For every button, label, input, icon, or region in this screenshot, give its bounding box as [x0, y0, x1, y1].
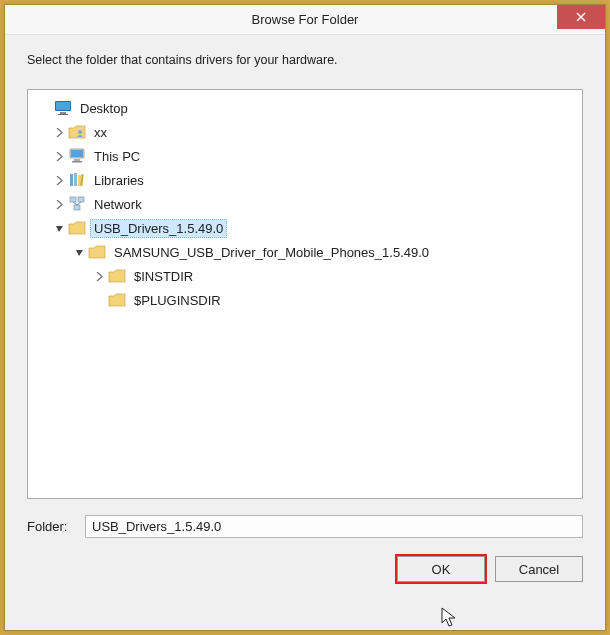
tree-node-libraries[interactable]: Libraries	[28, 168, 582, 192]
expander-collapsed-icon[interactable]	[52, 125, 66, 139]
tree-label: $PLUGINSDIR	[130, 291, 225, 310]
svg-rect-3	[56, 102, 70, 110]
button-row: OK Cancel	[5, 542, 605, 596]
browse-for-folder-dialog: Browse For Folder Select the folder that…	[4, 4, 606, 631]
svg-rect-11	[70, 174, 73, 186]
instruction-text: Select the folder that contains drivers …	[5, 35, 605, 67]
computer-icon	[68, 147, 86, 165]
expander-collapsed-icon[interactable]	[52, 197, 66, 211]
svg-rect-9	[74, 159, 80, 161]
expander-collapsed-icon[interactable]	[52, 149, 66, 163]
tree-label: Network	[90, 195, 146, 214]
svg-line-19	[77, 202, 81, 205]
svg-rect-16	[78, 197, 84, 202]
folder-path-row: Folder:	[5, 509, 605, 542]
tree-node-pluginsdir[interactable]: $PLUGINSDIR	[28, 288, 582, 312]
svg-rect-10	[72, 161, 82, 163]
tree-label-selected: USB_Drivers_1.5.49.0	[90, 219, 227, 238]
svg-rect-12	[74, 173, 77, 186]
tree-node-network[interactable]: Network	[28, 192, 582, 216]
svg-rect-8	[71, 150, 83, 157]
folder-icon	[88, 243, 106, 261]
tree-node-samsung[interactable]: SAMSUNG_USB_Driver_for_Mobile_Phones_1.5…	[28, 240, 582, 264]
desktop-icon	[54, 99, 72, 117]
expander-collapsed-icon[interactable]	[52, 173, 66, 187]
expander-placeholder	[38, 101, 52, 115]
tree-label: This PC	[90, 147, 144, 166]
window-title: Browse For Folder	[252, 12, 359, 27]
svg-line-18	[73, 202, 77, 205]
folder-path-input[interactable]	[85, 515, 583, 538]
user-folder-icon	[68, 123, 86, 141]
folder-field-label: Folder:	[27, 519, 85, 534]
tree-node-desktop[interactable]: Desktop	[28, 96, 582, 120]
ok-button[interactable]: OK	[397, 556, 485, 582]
libraries-icon	[68, 171, 86, 189]
close-icon	[576, 12, 586, 22]
svg-rect-4	[60, 112, 66, 114]
tree-label: Desktop	[76, 99, 132, 118]
svg-rect-17	[74, 205, 80, 210]
folder-icon	[108, 267, 126, 285]
tree-label: Libraries	[90, 171, 148, 190]
tree-node-usb-drivers[interactable]: USB_Drivers_1.5.49.0	[28, 216, 582, 240]
network-icon	[68, 195, 86, 213]
mouse-cursor-icon	[441, 607, 457, 629]
svg-point-6	[78, 130, 82, 134]
expander-collapsed-icon[interactable]	[92, 269, 106, 283]
expander-placeholder	[92, 293, 106, 307]
folder-tree[interactable]: Desktop xx This PC	[27, 89, 583, 499]
tree-node-instdir[interactable]: $INSTDIR	[28, 264, 582, 288]
expander-expanded-icon[interactable]	[72, 245, 86, 259]
tree-label: xx	[90, 123, 111, 142]
folder-icon	[68, 219, 86, 237]
svg-rect-5	[58, 114, 68, 115]
titlebar: Browse For Folder	[5, 5, 605, 35]
tree-node-user[interactable]: xx	[28, 120, 582, 144]
tree-label: $INSTDIR	[130, 267, 197, 286]
folder-icon	[108, 291, 126, 309]
tree-node-this-pc[interactable]: This PC	[28, 144, 582, 168]
close-button[interactable]	[557, 5, 605, 29]
svg-rect-15	[70, 197, 76, 202]
expander-expanded-icon[interactable]	[52, 221, 66, 235]
tree-label: SAMSUNG_USB_Driver_for_Mobile_Phones_1.5…	[110, 243, 433, 262]
cancel-button[interactable]: Cancel	[495, 556, 583, 582]
